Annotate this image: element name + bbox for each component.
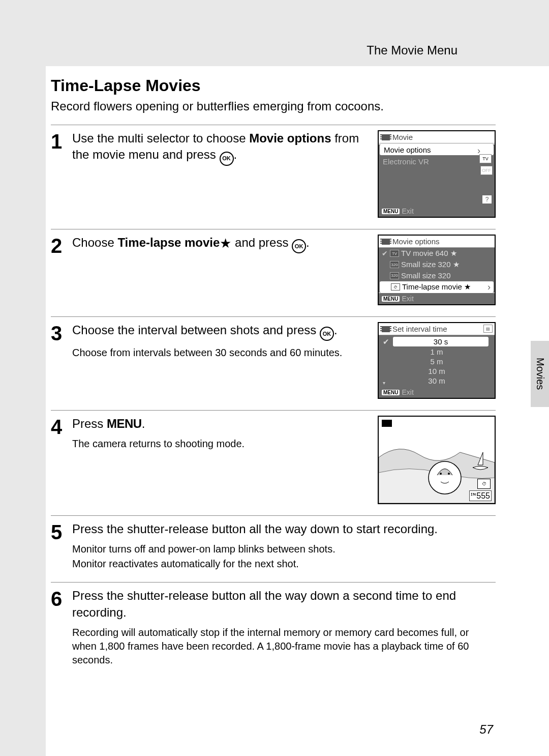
svg-point-0	[429, 461, 461, 494]
check-icon: ✔	[383, 337, 389, 346]
menu-chip-icon: MENU	[382, 209, 400, 214]
step-6-number: 6	[51, 588, 72, 667]
header-section-label: The Movie Menu	[367, 43, 458, 57]
step-2-text: Choose Time-lapse movie★ and press OK.	[72, 235, 372, 253]
menu-row-electronic-vr: Electronic VR OFF	[379, 156, 495, 167]
interval-1m: 1 m	[379, 347, 495, 357]
step-3: 3 Choose the interval between shots and …	[51, 316, 496, 410]
step-1-text: Use the multi selector to choose Movie o…	[72, 130, 372, 166]
check-icon: ✔	[382, 249, 388, 257]
intro-text: Record flowers opening or butterflies em…	[51, 99, 496, 113]
step-4-subtext: The camera returns to shooting mode.	[72, 437, 372, 451]
step-1: 1 Use the multi selector to choose Movie…	[51, 125, 496, 229]
menu-chip-icon: MENU	[382, 390, 400, 395]
size-mini-icon: 320	[390, 272, 399, 279]
header-gray-bar	[0, 0, 549, 66]
help-icon: ?	[482, 195, 492, 203]
step-4-number: 4	[51, 416, 72, 504]
left-gray-margin	[0, 0, 46, 756]
ok-icon: OK	[220, 152, 234, 166]
step-2: 2 Choose Time-lapse movie★ and press OK.…	[51, 229, 496, 316]
shooting-mode-illustration: ⏱ 555	[378, 416, 496, 504]
page-number: 57	[479, 722, 493, 737]
step-3-number: 3	[51, 322, 72, 399]
interval-10m: 10 m	[379, 366, 495, 376]
step-5: 5 Press the shutter-release button all t…	[51, 515, 496, 582]
step-6: 6 Press the shutter-release button all t…	[51, 582, 496, 678]
interval-30m: 30 m	[379, 376, 495, 386]
page-title: Time-Lapse Movies	[51, 76, 496, 95]
step-3-subtext: Choose from intervals between 30 seconds…	[72, 346, 372, 360]
svg-point-1	[440, 473, 442, 475]
menu-row-movie-options: Movie options TV	[380, 144, 494, 155]
step-3-text: Choose the interval between shots and pr…	[72, 322, 372, 341]
step-5-text: Press the shutter-release button all the…	[72, 521, 496, 537]
step-4: 4 Press MENU. The camera returns to shoo…	[51, 410, 496, 515]
option-time-lapse: ⏱Time-lapse movie ★	[380, 281, 494, 293]
step-6-subtext: Recording will automatically stop if the…	[72, 626, 496, 667]
ok-icon: OK	[320, 327, 334, 341]
movie-mode-icon	[382, 420, 392, 427]
step-2-number: 2	[51, 235, 72, 305]
movie-icon	[382, 239, 390, 245]
timelapse-indicator-icon: ⏱	[477, 479, 491, 489]
option-tv-movie-640: ✔TVTV movie 640 ★	[379, 248, 495, 259]
screen-set-interval: Set interval time ▤ ✔30 s 1 m 5 m 10 m 3…	[378, 322, 496, 399]
timelapse-mini-icon: ⏱	[391, 283, 400, 290]
option-small-320: 320Small size 320	[379, 270, 495, 281]
screen-movie-options: Movie options ✔TVTV movie 640 ★ 320Small…	[378, 235, 496, 305]
step-4-text: Press MENU.	[72, 416, 372, 432]
size-mini-icon: 320	[390, 261, 399, 268]
step-5-sub2: Monitor reactivates automatically for th…	[72, 557, 496, 571]
star-icon: ★	[220, 236, 231, 251]
svg-point-2	[448, 473, 450, 475]
step-5-number: 5	[51, 521, 72, 571]
step-6-text: Press the shutter-release button all the…	[72, 588, 496, 621]
menu-chip-icon: MENU	[382, 296, 400, 302]
option-small-320-star: 320Small size 320 ★	[379, 259, 495, 270]
interval-30s: ✔30 s	[393, 337, 489, 346]
card-icon: ▤	[483, 325, 493, 333]
interval-5m: 5 m	[379, 357, 495, 366]
side-tab-label: Movies	[534, 358, 546, 390]
ok-icon: OK	[292, 239, 306, 253]
tv-mini-icon: TV	[390, 250, 399, 257]
frame-count: 555	[469, 490, 492, 501]
off-badge-icon: OFF	[480, 166, 493, 175]
screen-movie-menu: Movie Movie options TV Electronic VR OFF…	[378, 130, 496, 218]
side-tab-movies: Movies	[531, 341, 549, 407]
movie-icon	[382, 326, 390, 332]
step-5-sub1: Monitor turns off and power-on lamp blin…	[72, 542, 496, 556]
movie-icon	[382, 134, 390, 140]
step-1-number: 1	[51, 130, 72, 218]
